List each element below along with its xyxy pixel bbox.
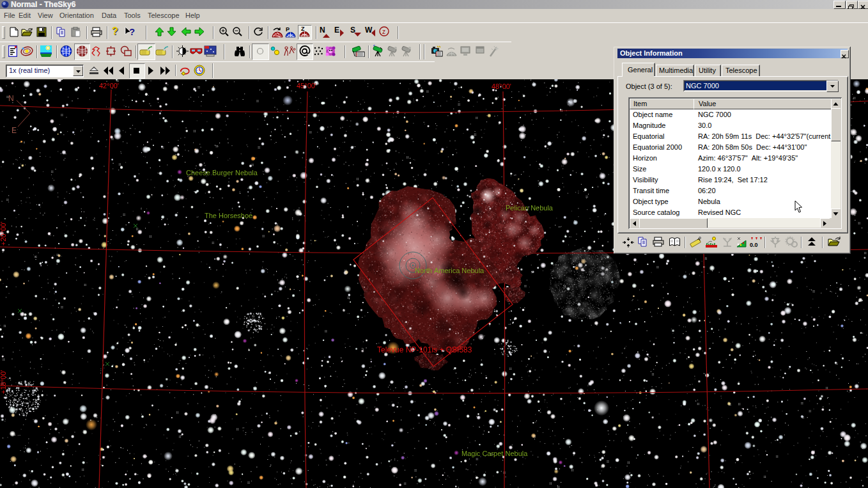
svg-text:z: z — [382, 28, 385, 35]
svg-text:P: P — [286, 26, 290, 33]
svg-text:Z: Z — [301, 26, 305, 32]
